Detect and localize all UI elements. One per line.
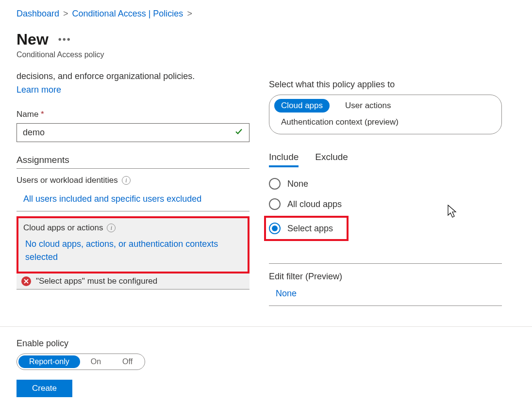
- page-subtitle: Conditional Access policy: [17, 50, 515, 59]
- select-apps-highlight: Select apps: [264, 216, 349, 241]
- breadcrumb: Dashboard > Conditional Access | Policie…: [17, 9, 515, 19]
- radio-label: All cloud apps: [287, 199, 342, 209]
- radio-all-cloud-apps[interactable]: All cloud apps: [269, 198, 502, 210]
- edit-filter-label: Edit filter (Preview): [269, 272, 502, 282]
- create-button[interactable]: Create: [17, 380, 72, 397]
- users-subsection[interactable]: Users or workload identities i: [17, 176, 249, 185]
- name-label: Name *: [17, 110, 249, 119]
- cloud-apps-summary-link[interactable]: No cloud apps, actions, or authenticatio…: [18, 238, 248, 272]
- segment-cloud-apps[interactable]: Cloud apps: [274, 99, 330, 113]
- checkmark-icon: [234, 127, 244, 139]
- page-title: New: [17, 31, 49, 48]
- cloud-apps-label: Cloud apps or actions: [23, 223, 103, 233]
- name-input[interactable]: [17, 123, 249, 142]
- toggle-report-only[interactable]: Report-only: [18, 355, 80, 368]
- applies-to-segmented: Cloud apps User actions Authentication c…: [269, 95, 502, 134]
- assignments-header: Assignments: [17, 155, 249, 169]
- cloud-apps-subsection[interactable]: Cloud apps or actions i: [18, 223, 248, 233]
- error-icon: [21, 276, 31, 286]
- required-star-icon: *: [41, 110, 44, 119]
- breadcrumb-link-dashboard[interactable]: Dashboard: [17, 9, 59, 19]
- info-icon[interactable]: i: [107, 224, 116, 232]
- info-icon[interactable]: i: [122, 176, 131, 185]
- toggle-off[interactable]: Off: [112, 355, 143, 368]
- radio-select-apps[interactable]: Select apps: [269, 223, 333, 234]
- radio-label: None: [287, 179, 308, 189]
- error-text: "Select apps" must be configured: [36, 276, 157, 286]
- radio-label: Select apps: [287, 224, 333, 234]
- applies-to-label: Select what this policy applies to: [269, 80, 502, 90]
- users-label: Users or workload identities: [17, 176, 118, 185]
- edit-filter-value[interactable]: None: [276, 289, 502, 299]
- users-summary-link[interactable]: All users included and specific users ex…: [17, 192, 249, 211]
- segment-auth-context[interactable]: Authentication context (preview): [274, 115, 405, 129]
- segment-user-actions[interactable]: User actions: [338, 99, 398, 113]
- enable-policy-toggle: Report-only On Off: [17, 354, 145, 370]
- validation-error: "Select apps" must be configured: [17, 273, 249, 289]
- cloud-apps-highlight: Cloud apps or actions i No cloud apps, a…: [17, 216, 249, 273]
- intro-text: decisions, and enforce organizational po…: [17, 70, 249, 83]
- breadcrumb-link-conditional-access[interactable]: Conditional Access | Policies: [72, 9, 183, 19]
- include-exclude-tabs: Include Exclude: [269, 152, 502, 167]
- tab-include[interactable]: Include: [269, 152, 299, 167]
- radio-none[interactable]: None: [269, 178, 502, 190]
- learn-more-link[interactable]: Learn more: [17, 85, 61, 95]
- chevron-right-icon: >: [63, 9, 68, 19]
- enable-policy-label: Enable policy: [17, 338, 515, 349]
- toggle-on[interactable]: On: [80, 355, 112, 368]
- more-actions-icon[interactable]: •••: [58, 34, 71, 45]
- tab-exclude[interactable]: Exclude: [315, 152, 348, 167]
- chevron-right-icon: >: [187, 9, 192, 19]
